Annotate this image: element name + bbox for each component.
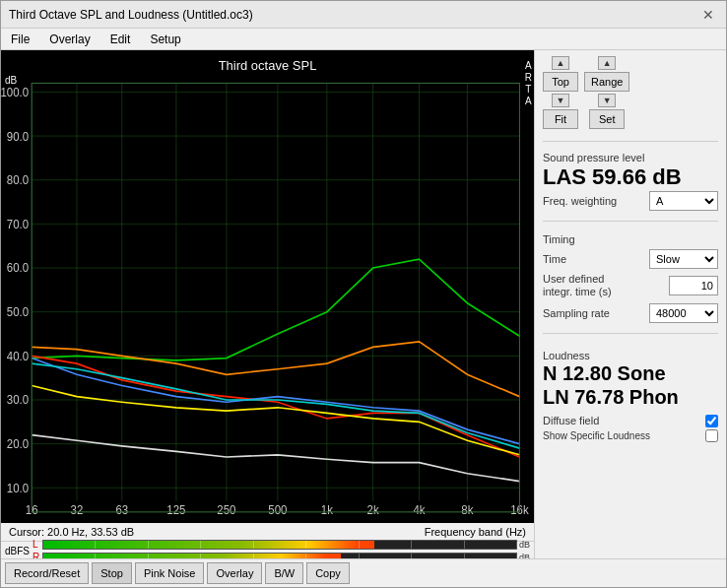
diffuse-field-label: Diffuse field: [543, 415, 599, 426]
user-integr-label: User definedintegr. time (s): [543, 273, 612, 298]
time-row: Time Fast Slow Leq User: [543, 249, 718, 269]
arta-label: ARTA: [525, 60, 532, 107]
stop-button[interactable]: Stop: [92, 562, 132, 584]
range-up-btn[interactable]: ▲: [598, 56, 616, 70]
svg-text:20.0: 20.0: [7, 437, 30, 451]
svg-text:500: 500: [268, 503, 287, 517]
fit-btn[interactable]: Fit: [543, 109, 578, 129]
menu-bar: File Overlay Edit Setup: [1, 29, 726, 50]
chart-wrapper: Third octave SPL dB ARTA: [1, 50, 534, 558]
freq-weighting-label: Freq. weighting: [543, 195, 617, 207]
sampling-rate-row: Sampling rate 44100 48000 88200 96000: [543, 303, 718, 323]
top-down-btn[interactable]: ▼: [552, 94, 569, 107]
record-reset-button[interactable]: Record/Reset: [5, 562, 89, 584]
menu-overlay[interactable]: Overlay: [43, 31, 96, 48]
l-meter-row: dBFS L: [1, 542, 534, 558]
svg-text:4k: 4k: [413, 503, 425, 517]
svg-text:100.0: 100.0: [1, 86, 29, 99]
l-meter-label: dBFS: [5, 546, 33, 556]
svg-text:40.0: 40.0: [7, 349, 30, 362]
cursor-info: Cursor: 20.0 Hz, 33.53 dB: [9, 526, 134, 538]
overlay-button[interactable]: Overlay: [207, 562, 262, 584]
bw-button[interactable]: B/W: [265, 562, 303, 584]
svg-text:30.0: 30.0: [7, 393, 30, 407]
top-controls: ▲ Top ▼ ▲ Fit ▲ Range ▼ Set: [543, 56, 718, 129]
svg-text:80.0: 80.0: [7, 173, 30, 187]
show-specific-row: Show Specific Loudness: [543, 429, 718, 442]
spl-section-label: Sound pressure level: [543, 152, 718, 163]
top-up-btn[interactable]: ▲: [552, 56, 569, 70]
diffuse-field-checkbox[interactable]: [705, 415, 718, 427]
svg-text:2k: 2k: [367, 503, 379, 517]
chart-title: Third octave SPL: [1, 54, 534, 77]
top-btn[interactable]: Top: [543, 72, 578, 92]
svg-text:70.0: 70.0: [7, 217, 30, 230]
ln-value: LN 76.78 Phon: [543, 385, 718, 409]
diffuse-field-row: Diffuse field: [543, 415, 718, 427]
svg-rect-0: [1, 50, 534, 523]
sampling-rate-select[interactable]: 44100 48000 88200 96000: [649, 303, 718, 323]
bottom-area: dBFS L: [1, 541, 534, 558]
range-btn[interactable]: Range: [584, 72, 629, 92]
timing-section: Timing Time Fast Slow Leq User User defi…: [543, 229, 718, 324]
svg-text:32: 32: [71, 503, 84, 517]
show-specific-label: Show Specific Loudness: [543, 430, 650, 441]
time-select[interactable]: Fast Slow Leq User: [649, 249, 718, 269]
menu-setup[interactable]: Setup: [144, 31, 186, 48]
range-set-group: ▲ Range ▼ Set: [584, 56, 629, 129]
main-content: Third octave SPL dB ARTA: [1, 50, 726, 558]
spl-section: Sound pressure level LAS 59.66 dB Freq. …: [543, 150, 718, 213]
svg-text:250: 250: [217, 503, 235, 517]
svg-text:10.0: 10.0: [7, 481, 30, 494]
copy-button[interactable]: Copy: [306, 562, 350, 584]
main-window: Third Octave SPL and Loudness (Untitled.…: [0, 0, 727, 588]
range-down-btn[interactable]: ▼: [598, 94, 616, 107]
pink-noise-button[interactable]: Pink Noise: [135, 562, 205, 584]
svg-text:90.0: 90.0: [7, 129, 30, 143]
right-panel: ▲ Top ▼ ▲ Fit ▲ Range ▼ Set: [534, 50, 726, 558]
menu-file[interactable]: File: [5, 31, 35, 48]
svg-text:63: 63: [115, 503, 128, 517]
freq-band-label: Frequency band (Hz): [425, 526, 526, 538]
timing-section-label: Timing: [543, 233, 718, 245]
window-title: Third Octave SPL and Loudness (Untitled.…: [9, 8, 253, 22]
db-label: dB: [5, 75, 17, 86]
chart-svg: 100.0 90.0 80.0 70.0 60.0 50.0 40.0 30.0…: [1, 50, 534, 523]
top-fit-group: ▲ Top ▼ ▲ Fit: [543, 56, 578, 129]
freq-weighting-row: Freq. weighting A B C Z: [543, 191, 718, 211]
svg-text:1k: 1k: [321, 503, 333, 517]
n-value: N 12.80 Sone: [543, 361, 718, 385]
user-integr-input[interactable]: [669, 276, 718, 295]
close-button[interactable]: ✕: [698, 5, 718, 25]
svg-text:50.0: 50.0: [7, 305, 30, 319]
svg-text:60.0: 60.0: [7, 261, 30, 275]
svg-text:8k: 8k: [461, 503, 473, 517]
loudness-section: Loudness N 12.80 Sone LN 76.78 Phon Diff…: [543, 348, 718, 444]
set-btn[interactable]: Set: [589, 109, 625, 129]
sampling-rate-label: Sampling rate: [543, 307, 610, 319]
title-bar: Third Octave SPL and Loudness (Untitled.…: [1, 1, 726, 29]
freq-weighting-select[interactable]: A B C Z: [649, 191, 718, 211]
time-label: Time: [543, 253, 566, 265]
loudness-section-label: Loudness: [543, 350, 718, 361]
spl-value: LAS 59.66 dB: [543, 165, 718, 189]
svg-text:125: 125: [166, 503, 185, 517]
user-integr-row: User definedintegr. time (s): [543, 273, 718, 298]
show-specific-checkbox[interactable]: [705, 429, 718, 442]
menu-edit[interactable]: Edit: [104, 31, 137, 48]
